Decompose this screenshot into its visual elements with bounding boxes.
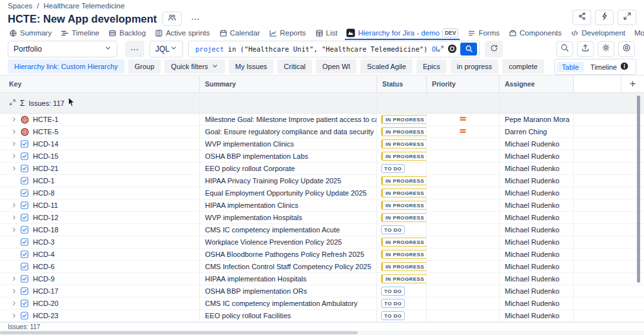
summary-cell[interactable]: Goal: Ensure regulatory compliance and d… [200, 126, 377, 137]
status-cell[interactable]: IN PROGRESS [377, 273, 427, 285]
expand-chevron-icon[interactable] [9, 116, 19, 123]
assignee-cell[interactable]: Pepe Maranon Mora [500, 114, 574, 125]
table-row[interactable]: HCD-1 HIPAA Privacy Training Policy Upda… [0, 175, 644, 187]
table-row[interactable]: HCD-6 CMS Infection Control Staff Compet… [0, 261, 644, 273]
status-cell[interactable]: TO DO [377, 163, 427, 174]
issue-key[interactable]: HCD-18 [33, 226, 59, 234]
summary-cell[interactable]: HIPAA Privacy Training Policy Update 202… [200, 175, 377, 187]
summary-cell[interactable]: WVP implementation Hospitals [200, 212, 377, 223]
syntax-help-icon[interactable] [447, 44, 457, 55]
view-select[interactable]: Portfolio [8, 41, 117, 57]
status-cell[interactable]: IN PROGRESS [377, 175, 427, 187]
tab-more[interactable]: More6 [633, 27, 644, 40]
tab-forms[interactable]: Forms [466, 27, 501, 40]
assignee-cell[interactable]: Michael Rudenko [500, 175, 574, 187]
tab-development[interactable]: Development [569, 27, 627, 40]
priority-cell[interactable] [427, 285, 500, 297]
issue-key[interactable]: HCD-20 [33, 299, 59, 307]
priority-cell[interactable] [427, 273, 500, 285]
status-cell[interactable]: TO DO [377, 285, 427, 297]
expand-chevron-icon[interactable] [9, 214, 19, 221]
issue-key[interactable]: HCD-17 [33, 287, 59, 295]
status-cell[interactable]: TO DO [377, 310, 427, 321]
issue-key[interactable]: HCD-15 [33, 152, 59, 160]
breadcrumb-spaces[interactable]: Spaces [8, 2, 32, 10]
expand-chevron-icon[interactable] [9, 153, 19, 159]
filter-chip-complete[interactable]: complete [502, 59, 544, 74]
summary-cell[interactable]: HIPAA implementation Hospitals [200, 273, 377, 285]
status-cell[interactable]: IN PROGRESS [377, 187, 427, 199]
summary-cell[interactable]: Milestone Goal: Milestone Improve patien… [200, 114, 377, 125]
share-button[interactable] [572, 10, 591, 25]
table-row[interactable]: HCD-12 WVP implementation Hospitals IN P… [0, 212, 644, 224]
table-row[interactable]: HCTE-5 Goal: Ensure regulatory complianc… [0, 126, 644, 138]
expand-chevron-icon[interactable] [9, 312, 19, 319]
search-button[interactable] [556, 41, 573, 57]
assignee-cell[interactable]: Michael Rudenko [500, 298, 574, 309]
tab-hierarchy-for-jira-demo[interactable]: Hierarchy for Jira - demoDEV [345, 26, 460, 40]
assignee-cell[interactable]: Michael Rudenko [500, 187, 574, 199]
issue-key[interactable]: HCD-8 [33, 189, 55, 197]
status-cell[interactable]: IN PROGRESS [377, 126, 427, 137]
breadcrumb-project[interactable]: Healthcare Telemedicine [44, 2, 125, 10]
filter-chip-quick-filters[interactable]: Quick filters [164, 59, 224, 74]
expand-chevron-icon[interactable] [9, 128, 19, 135]
expand-chevron-icon[interactable] [9, 276, 19, 282]
summary-cell[interactable]: HIPAA implementation Clinics [200, 199, 377, 211]
issue-key[interactable]: HCD-21 [33, 165, 59, 172]
assignee-cell[interactable]: Michael Rudenko [500, 236, 574, 248]
table-row[interactable]: HCD-21 EEO policy rollout Corporate TO D… [0, 163, 644, 175]
priority-cell[interactable] [427, 114, 500, 125]
status-cell[interactable]: IN PROGRESS [377, 114, 427, 125]
expand-editor-icon[interactable] [437, 45, 444, 54]
priority-cell[interactable] [427, 199, 500, 211]
tab-timeline[interactable]: Timeline [59, 27, 101, 40]
assignee-cell[interactable]: Michael Rudenko [500, 261, 574, 272]
issue-key[interactable]: HCD-11 [33, 201, 58, 209]
status-cell[interactable]: TO DO [377, 224, 427, 236]
issue-key[interactable]: HCD-4 [33, 250, 55, 258]
priority-cell[interactable] [427, 175, 500, 187]
summary-cell[interactable]: OSHA Bloodborne Pathogens Policy Refresh… [200, 249, 377, 260]
assignee-cell[interactable]: Michael Rudenko [500, 150, 574, 162]
expand-chevron-icon[interactable] [9, 165, 19, 172]
table-row[interactable]: HCD-18 CMS IC competency implementation … [0, 224, 644, 236]
hierarchy-link-chip[interactable]: Hierarchy link: Custom Hierarchy [8, 59, 124, 74]
priority-cell[interactable] [427, 298, 500, 309]
assignee-cell[interactable]: Michael Rudenko [500, 285, 574, 297]
expand-all-icon[interactable] [9, 99, 16, 107]
status-cell[interactable]: IN PROGRESS [377, 249, 427, 260]
vertical-scrollbar-thumb[interactable] [637, 96, 640, 283]
status-cell[interactable]: IN PROGRESS [377, 150, 427, 162]
status-cell[interactable]: TO DO [377, 298, 427, 309]
priority-cell[interactable] [427, 126, 500, 137]
priority-cell[interactable] [427, 212, 500, 223]
status-cell[interactable]: IN PROGRESS [377, 212, 427, 223]
assignee-cell[interactable]: Michael Rudenko [500, 249, 574, 260]
summary-cell[interactable]: Equal Employment Opportunity Policy Upda… [200, 187, 377, 199]
priority-cell[interactable] [427, 261, 500, 272]
assignee-cell[interactable]: Michael Rudenko [500, 199, 574, 211]
status-cell[interactable]: IN PROGRESS [377, 236, 427, 248]
filter-chip-open-wi[interactable]: Open WI [316, 59, 356, 74]
expand-chevron-icon[interactable] [9, 227, 19, 233]
column-header-assignee[interactable]: Assignee [500, 76, 574, 92]
horizontal-scrollbar-thumb[interactable] [0, 331, 358, 334]
priority-cell[interactable] [427, 150, 500, 162]
filter-chip-in-progress[interactable]: in progress [451, 59, 498, 74]
summary-cell[interactable]: EEO policy rollout Facilities [200, 310, 377, 321]
column-header-summary[interactable]: Summary [200, 76, 377, 92]
table-row[interactable]: HCD-17 OSHA BBP implementation ORs TO DO… [0, 285, 644, 298]
table-row[interactable]: HCD-9 HIPAA implementation Hospitals IN … [0, 273, 644, 285]
status-cell[interactable]: IN PROGRESS [377, 138, 427, 150]
issue-key[interactable]: HCD-14 [33, 140, 59, 148]
priority-cell[interactable] [427, 236, 500, 248]
issue-key[interactable]: HCD-3 [33, 238, 55, 246]
tab-reports[interactable]: Reports [268, 27, 307, 40]
assignee-cell[interactable]: Darren Ching [500, 126, 574, 137]
table-row[interactable]: HCD-15 OSHA BBP implementation Labs IN P… [0, 150, 644, 163]
assignee-cell[interactable]: Michael Rudenko [500, 224, 574, 236]
issue-key[interactable]: HCD-12 [33, 214, 59, 221]
filter-chip-scaled-agile[interactable]: Scaled Agile [360, 59, 413, 74]
tab-list[interactable]: List [314, 27, 339, 40]
